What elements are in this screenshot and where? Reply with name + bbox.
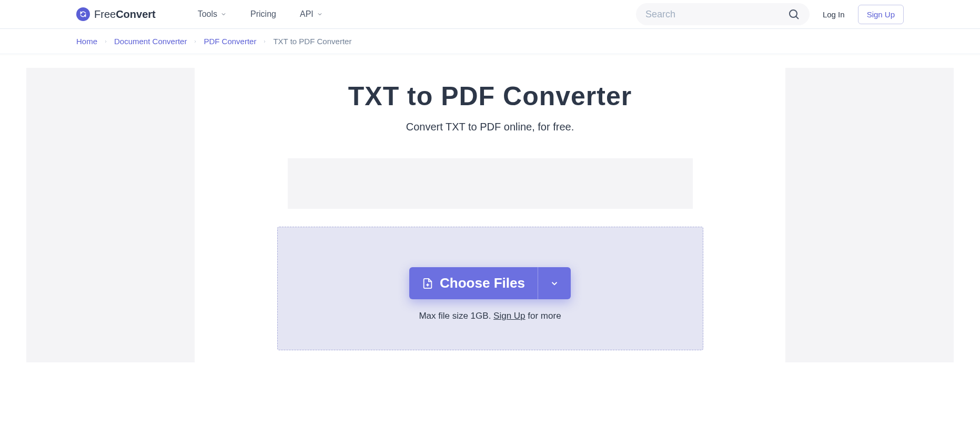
breadcrumb-document-converter[interactable]: Document Converter [114,37,187,46]
nav-api-label: API [300,9,314,19]
chevron-right-icon [262,39,267,44]
right-ad-sidebar [785,68,954,362]
nav-pricing[interactable]: Pricing [250,9,276,19]
main-content: TXT to PDF Converter Convert TXT to PDF … [216,68,764,362]
chevron-right-icon [104,39,108,44]
file-plus-icon [422,277,433,290]
svg-line-1 [796,16,799,19]
choose-files-button[interactable]: Choose Files [409,267,538,299]
svg-point-0 [790,10,797,17]
breadcrumb-current: TXT to PDF Converter [273,37,351,46]
content-container: TXT to PDF Converter Convert TXT to PDF … [0,54,980,362]
logo-icon [76,7,90,21]
search-input[interactable] [645,9,787,20]
ad-placeholder [288,158,693,209]
max-file-size-text: Max file size 1GB. Sign Up for more [419,311,561,321]
breadcrumb-pdf-converter[interactable]: PDF Converter [204,37,256,46]
breadcrumb-home[interactable]: Home [76,37,97,46]
logo-suffix: Convert [116,8,156,20]
choose-files-label: Choose Files [440,275,525,291]
search-box[interactable] [636,3,810,25]
chevron-right-icon [193,39,197,44]
logo-prefix: Free [94,8,116,20]
chevron-down-icon [220,11,227,17]
breadcrumb: Home Document Converter PDF Converter TX… [0,29,980,54]
logo[interactable]: FreeConvert [76,7,156,21]
choose-files-dropdown[interactable] [538,267,571,299]
chevron-down-icon [550,279,559,288]
left-ad-sidebar [26,68,195,362]
main-nav: Tools Pricing API [198,9,323,19]
login-link[interactable]: Log In [823,10,845,19]
nav-tools[interactable]: Tools [198,9,227,19]
signup-button[interactable]: Sign Up [858,5,904,24]
main-header: FreeConvert Tools Pricing API Log In Sig… [0,0,980,29]
nav-pricing-label: Pricing [250,9,276,19]
header-right: Log In Sign Up [636,3,904,25]
choose-files-wrapper: Choose Files [409,267,571,299]
page-title: TXT to PDF Converter [216,81,764,111]
file-dropzone[interactable]: Choose Files Max file size 1GB. Sign Up … [277,227,703,350]
signup-link-inline[interactable]: Sign Up [493,311,525,321]
nav-api[interactable]: API [300,9,323,19]
page-subtitle: Convert TXT to PDF online, for free. [216,121,764,133]
search-icon[interactable] [787,8,800,21]
nav-tools-label: Tools [198,9,217,19]
chevron-down-icon [317,11,323,17]
